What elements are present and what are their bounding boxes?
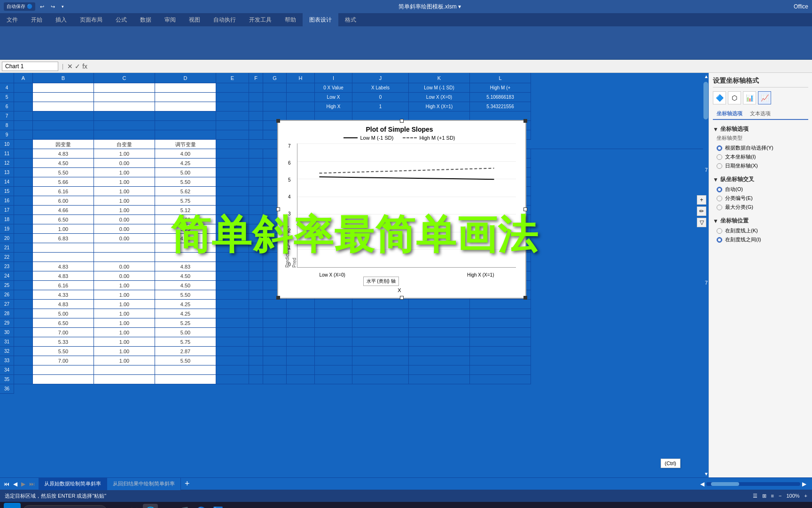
cell-32-8[interactable] <box>315 347 352 356</box>
radio-text[interactable] <box>717 154 722 160</box>
cell-26-2[interactable]: 1.00 <box>94 290 155 300</box>
cell-j6[interactable]: 1 <box>352 102 409 111</box>
cell-25-4[interactable] <box>216 281 249 290</box>
cell-30-7[interactable] <box>287 328 315 337</box>
cell-a5[interactable] <box>14 93 33 102</box>
scroll-down[interactable]: ▼ <box>703 470 709 477</box>
taskbar-icon-excel[interactable]: X <box>160 504 175 508</box>
cross-option-auto[interactable]: 自动(O) <box>717 185 808 194</box>
tab-page-layout[interactable]: 页面布局 <box>73 13 109 26</box>
taskbar-icon-app3[interactable]: 🟦 <box>211 504 226 508</box>
cell-31-7[interactable] <box>287 337 315 347</box>
cell-15-2[interactable]: 1.00 <box>94 187 155 196</box>
cell-21-0[interactable] <box>14 243 33 253</box>
cell-26-3[interactable]: 5.50 <box>155 290 216 300</box>
cell-20-5[interactable] <box>249 234 263 243</box>
cell-28-0[interactable] <box>14 309 33 318</box>
cell-31-1[interactable]: 5.33 <box>33 337 94 347</box>
cell-28-5[interactable] <box>249 309 263 318</box>
cell-l6[interactable]: 5.343221556 <box>470 102 531 111</box>
cell-14-3[interactable]: 5.50 <box>155 177 216 187</box>
cell-f6[interactable] <box>249 102 263 111</box>
scroll-thumb[interactable] <box>703 82 708 119</box>
cell-25-0[interactable] <box>14 281 33 290</box>
cell-32-11[interactable] <box>470 347 531 356</box>
cell-35-3[interactable] <box>155 375 216 384</box>
sheet-tab-2[interactable]: 从回归结果中绘制简单斜率 <box>107 478 181 490</box>
cell-24-1[interactable]: 4.83 <box>33 271 94 281</box>
cell-g4[interactable] <box>263 83 287 93</box>
cell-34-4[interactable] <box>216 365 249 375</box>
cell-32-9[interactable] <box>352 347 409 356</box>
cell-30-9[interactable] <box>352 328 409 337</box>
cell-11-3[interactable]: 4.00 <box>155 149 216 159</box>
cell-b5[interactable] <box>33 93 94 102</box>
cell-28-1[interactable]: 5.00 <box>33 309 94 318</box>
cross-option-category[interactable]: 分类编号(E) <box>717 194 808 203</box>
cell-33-3[interactable]: 5.50 <box>155 356 216 365</box>
axis-option-text[interactable]: 文本坐标轴(I) <box>717 152 808 161</box>
cell-c5[interactable] <box>94 93 155 102</box>
view-page-break[interactable]: ≡ <box>771 493 774 499</box>
cell-34-6[interactable] <box>263 365 287 375</box>
zoom-out[interactable]: − <box>779 493 781 499</box>
cell-30-4[interactable] <box>216 328 249 337</box>
cell-33-1[interactable]: 7.00 <box>33 356 94 365</box>
cell-24-4[interactable] <box>216 271 249 281</box>
cell-29-1[interactable]: 6.50 <box>33 318 94 328</box>
cell-d6[interactable] <box>155 102 216 111</box>
panel-tab-text[interactable]: 文本选项 <box>746 108 774 119</box>
cell-31-2[interactable]: 1.00 <box>94 337 155 347</box>
cell-d5[interactable] <box>155 93 216 102</box>
cell-29-7[interactable] <box>287 318 315 328</box>
cell-31-10[interactable] <box>409 337 470 347</box>
cell-28-10[interactable] <box>409 309 470 318</box>
cell-34-9[interactable] <box>352 365 409 375</box>
h-scroll-track[interactable] <box>706 482 800 486</box>
cell-33-6[interactable] <box>263 356 287 365</box>
cell-25-1[interactable]: 6.16 <box>33 281 94 290</box>
tab-help[interactable]: 帮助 <box>278 13 303 26</box>
cell-25-3[interactable]: 4.50 <box>155 281 216 290</box>
cell-30-3[interactable]: 5.00 <box>155 328 216 337</box>
cancel-icon[interactable]: ✕ <box>67 63 73 70</box>
cell-15-3[interactable]: 5.62 <box>155 187 216 196</box>
cell-31-0[interactable] <box>14 337 33 347</box>
cell-20-2[interactable]: 0.00 <box>94 234 155 243</box>
chart-container[interactable]: Plot of Simple Slopes Low M (-1 SD) High… <box>277 120 526 299</box>
confirm-icon[interactable]: ✓ <box>75 63 80 70</box>
cell-34-0[interactable] <box>14 365 33 375</box>
cell-22-0[interactable] <box>14 253 33 262</box>
cell-32-6[interactable] <box>263 347 287 356</box>
cell-35-5[interactable] <box>249 375 263 384</box>
cell-22-1[interactable] <box>33 253 94 262</box>
position-option-on[interactable]: 在刻度线上(K) <box>717 226 808 235</box>
cell-17-0[interactable] <box>14 206 33 215</box>
cell-e4[interactable] <box>216 83 249 93</box>
axis-option-date[interactable]: 日期坐标轴(X) <box>717 161 808 170</box>
tab-autoexec[interactable]: 自动执行 <box>207 13 242 26</box>
cell-33-10[interactable] <box>409 356 470 365</box>
cell-31-4[interactable] <box>216 337 249 347</box>
cell-35-1[interactable] <box>33 375 94 384</box>
cell-21-5[interactable] <box>249 243 263 253</box>
cell-35-8[interactable] <box>315 375 352 384</box>
cell-19-5[interactable] <box>249 224 263 234</box>
cell-26-1[interactable]: 4.33 <box>33 290 94 300</box>
handle-tr[interactable] <box>523 119 527 123</box>
cell-25-5[interactable] <box>249 281 263 290</box>
cell-17-3[interactable]: 5.12 <box>155 206 216 215</box>
cell-14-4[interactable] <box>216 177 249 187</box>
h-scroll-left[interactable]: ◀ <box>698 481 706 487</box>
cell-29-11[interactable] <box>470 318 531 328</box>
cell-33-9[interactable] <box>352 356 409 365</box>
radio-date[interactable] <box>717 163 722 169</box>
cell-d4[interactable] <box>155 83 216 93</box>
cell-14-5[interactable] <box>249 177 263 187</box>
cell-18-4[interactable] <box>216 215 249 224</box>
panel-icon-hex[interactable]: ⬡ <box>728 91 741 104</box>
cell-30-6[interactable] <box>263 328 287 337</box>
cell-17-2[interactable]: 1.00 <box>94 206 155 215</box>
ctrl-popup[interactable]: (Ctrl) <box>661 459 680 468</box>
cell-18-0[interactable] <box>14 215 33 224</box>
